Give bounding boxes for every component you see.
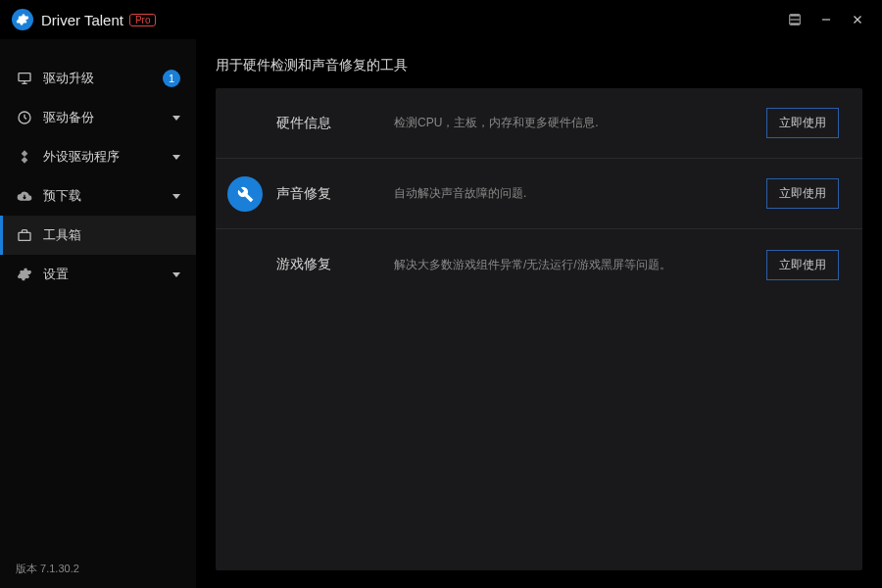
cloud-download-icon [16, 187, 33, 205]
monitor-icon [16, 70, 33, 87]
sidebar-item-label: 工具箱 [43, 226, 180, 244]
backup-icon [16, 109, 33, 126]
tool-icon-placeholder [227, 247, 263, 282]
sidebar-item-driver-backup[interactable]: 驱动备份 [0, 98, 196, 137]
tool-name: 游戏修复 [276, 256, 394, 273]
tool-description: 自动解决声音故障的问题. [394, 185, 766, 202]
chevron-down-icon [172, 272, 180, 277]
chevron-down-icon [172, 116, 180, 121]
chevron-down-icon [172, 194, 180, 199]
app-logo [12, 9, 33, 30]
app-title: Driver Talent [41, 12, 123, 28]
gear-icon [16, 13, 29, 26]
close-button[interactable] [845, 7, 870, 32]
version-label: 版本 7.1.30.2 [0, 550, 196, 588]
sidebar-item-peripheral-driver[interactable]: 外设驱动程序 [0, 137, 196, 176]
minimize-icon [819, 13, 833, 26]
tool-icon-placeholder [227, 106, 263, 141]
tool-name: 硬件信息 [276, 115, 394, 132]
page-title: 用于硬件检测和声音修复的工具 [216, 57, 862, 74]
close-icon [851, 13, 864, 26]
sidebar: 驱动升级 1 驱动备份 外设驱动程序 预下载 工具箱 设置 版本 7.1.30.… [0, 39, 196, 588]
wrench-icon [227, 176, 263, 212]
minimize-button[interactable] [813, 7, 839, 32]
pro-badge: Pro [129, 14, 157, 26]
sidebar-item-label: 驱动备份 [43, 109, 172, 126]
use-now-button[interactable]: 立即使用 [766, 178, 839, 209]
sidebar-item-settings[interactable]: 设置 [0, 255, 196, 294]
tool-row-game-repair: 游戏修复 解决大多数游戏组件异常/无法运行/游戏黑屏等问题。 立即使用 [216, 229, 862, 300]
tool-row-sound-repair: 声音修复 自动解决声音故障的问题. 立即使用 [216, 159, 862, 229]
svg-rect-3 [19, 232, 30, 240]
tool-row-hardware-info: 硬件信息 检测CPU，主板，内存和更多硬件信息. 立即使用 [216, 88, 862, 159]
sidebar-item-label: 驱动升级 [43, 70, 163, 87]
tool-description: 解决大多数游戏组件异常/无法运行/游戏黑屏等问题。 [394, 257, 766, 273]
sidebar-item-driver-upgrade[interactable]: 驱动升级 1 [0, 59, 196, 98]
menu-icon [788, 13, 802, 26]
toolbox-icon [16, 226, 33, 244]
sidebar-item-label: 外设驱动程序 [43, 148, 172, 166]
main-content: 用于硬件检测和声音修复的工具 硬件信息 检测CPU，主板，内存和更多硬件信息. … [196, 39, 882, 588]
menu-button[interactable] [782, 7, 808, 32]
sidebar-item-predownload[interactable]: 预下载 [0, 176, 196, 216]
gear-icon [16, 266, 33, 283]
chevron-down-icon [172, 155, 180, 160]
svg-rect-1 [19, 74, 30, 81]
use-now-button[interactable]: 立即使用 [766, 108, 839, 138]
tool-description: 检测CPU，主板，内存和更多硬件信息. [394, 115, 766, 131]
sidebar-item-label: 预下载 [43, 187, 172, 205]
titlebar: Driver Talent Pro [0, 0, 882, 39]
use-now-button[interactable]: 立即使用 [766, 250, 839, 280]
tools-panel: 硬件信息 检测CPU，主板，内存和更多硬件信息. 立即使用 声音修复 自动解决声… [216, 88, 862, 570]
sidebar-item-toolbox[interactable]: 工具箱 [0, 216, 196, 255]
sidebar-item-label: 设置 [43, 266, 172, 283]
tool-name: 声音修复 [276, 185, 394, 203]
peripheral-icon [16, 148, 33, 166]
update-count-badge: 1 [163, 70, 180, 87]
